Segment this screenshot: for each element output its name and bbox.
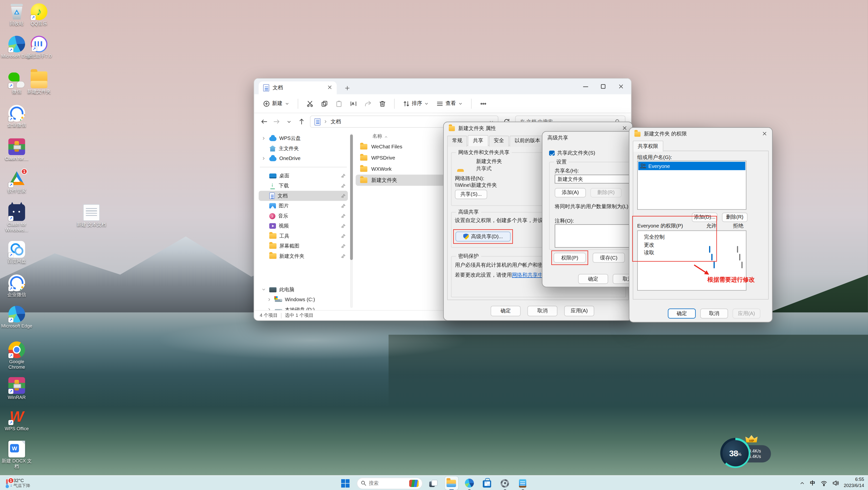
up-button[interactable] (298, 117, 306, 126)
task-view-button[interactable] (427, 477, 440, 490)
sidebar-item-pictures[interactable]: 图片 (258, 201, 348, 211)
share-remove-button[interactable]: 删除(R) (590, 188, 622, 198)
taskbar-weather-widget[interactable]: 1↓ 32°C 气温下降 (4, 475, 30, 490)
wifi-icon[interactable] (820, 480, 827, 487)
permissions-apply-button[interactable]: 应用(A) (733, 308, 761, 318)
sidebar-item-downloads[interactable]: 下载 (258, 181, 348, 191)
usage-core: 38% (722, 440, 748, 466)
tab-general[interactable]: 常规 (447, 136, 467, 147)
permissions-remove-button[interactable]: 删除(R) (722, 212, 747, 222)
paste-button[interactable] (332, 97, 345, 110)
properties-apply-button[interactable]: 应用(A) (564, 306, 594, 316)
sidebar-scrollbar[interactable] (350, 133, 353, 308)
desktop-icon-new-text-doc[interactable]: 新建 文本文档 (76, 204, 107, 228)
taskbar-microsoft-store[interactable] (480, 477, 494, 490)
permissions-cancel-button[interactable]: 取消 (700, 308, 728, 318)
advanced-ok-button[interactable]: 确定 (578, 274, 608, 284)
taskbar-file-explorer[interactable] (444, 477, 458, 490)
desktop-icon-aisi-assistant[interactable]: ↗爱思助手7.0 (23, 36, 55, 59)
new-button[interactable]: 新建 (260, 97, 292, 109)
start-button[interactable] (339, 477, 352, 490)
taskbar-notepad[interactable] (516, 477, 529, 490)
desktop-icon-baidu-netdisk[interactable]: ↗百度网盘 (1, 241, 32, 264)
memory-usage-ball[interactable]: 38% (721, 439, 749, 467)
history-chevron-button[interactable] (285, 117, 293, 126)
taskbar-search-input[interactable] (369, 480, 406, 486)
back-button[interactable] (260, 117, 269, 126)
tab-close-button[interactable] (327, 85, 332, 91)
item-count: 4 个项目 (260, 312, 278, 319)
desktop-icon-edge-2[interactable]: ↗Microsoft Edge (1, 306, 32, 329)
desktop-icon-software-manager[interactable]: 1↗软件管家 (1, 171, 32, 194)
taskbar-edge[interactable] (462, 477, 476, 490)
sidebar-item-screenshots[interactable]: 屏幕截图 (258, 241, 348, 251)
properties-close-button[interactable] (622, 125, 627, 132)
desktop-icon-wecom[interactable]: ↗企业微信 (1, 105, 32, 128)
permissions-close-button[interactable] (762, 131, 767, 137)
read-allow-checkbox[interactable] (714, 262, 715, 268)
sidebar-item-documents[interactable]: 文档 (258, 191, 348, 201)
share-button[interactable]: 共享(S)... (455, 190, 487, 199)
maximize-button[interactable] (594, 79, 612, 94)
full-control-deny-checkbox[interactable] (737, 246, 738, 253)
sidebar-item-tools[interactable]: 工具 (258, 231, 348, 241)
sidebar-item-onedrive[interactable]: OneDrive (258, 153, 348, 163)
view-button[interactable]: 查看 (433, 97, 466, 109)
folder-icon (360, 144, 367, 149)
properties-ok-button[interactable]: 确定 (491, 306, 521, 316)
group-or-usernames-label: 组或用户名(G): (637, 154, 672, 161)
taskbar-clock[interactable]: 6:55 2023/6/14 (844, 477, 864, 489)
desktop-icon-clash-for-windows[interactable]: ↗Clash for Windows... (1, 204, 32, 233)
close-button[interactable] (612, 79, 630, 94)
edge-icon: ↗ (8, 36, 25, 52)
pin-icon (341, 244, 346, 248)
sort-button[interactable]: 排序 (399, 97, 432, 109)
sidebar-item-this-pc[interactable]: 此电脑 (258, 285, 348, 294)
sidebar-item-new-folder[interactable]: 新建文件夹 (258, 251, 348, 261)
read-deny-checkbox[interactable] (742, 262, 743, 268)
properties-cancel-button[interactable]: 取消 (527, 306, 557, 316)
ime-indicator[interactable]: 中 (810, 480, 815, 487)
desktop-icon-wecom-2[interactable]: ↗企业微信 (1, 275, 32, 298)
principal-everyone-selected[interactable]: Everyone (639, 162, 746, 170)
cut-button[interactable] (303, 97, 316, 110)
more-options-button[interactable] (476, 97, 490, 110)
sidebar-item-videos[interactable]: 视频 (258, 221, 348, 231)
minimize-button[interactable] (577, 79, 594, 94)
share-add-button[interactable]: 添加(A) (555, 188, 586, 198)
desktop-icon-qq-music[interactable]: ↗QQ音乐 (23, 3, 55, 27)
volume-icon[interactable] (832, 480, 839, 487)
rename-button[interactable] (347, 97, 360, 110)
desktop-icon-chrome[interactable]: ↗Google Chrome (1, 341, 32, 370)
sidebar-item-desktop[interactable]: 桌面 (258, 171, 348, 181)
permissions-ok-button[interactable]: 确定 (668, 308, 696, 318)
desktop-icon-wps-office[interactable]: ↗WPS Office (1, 408, 32, 432)
tab-share-permissions[interactable]: 共享权限 (633, 141, 663, 152)
forward-button[interactable] (272, 117, 281, 126)
change-deny-checkbox[interactable] (739, 254, 740, 260)
desktop-icon-clash-archive[interactable]: Clash.for.... (1, 139, 32, 162)
taskbar-settings[interactable] (498, 477, 512, 490)
share-button[interactable] (361, 97, 374, 110)
taskbar-search-box[interactable] (356, 477, 422, 489)
sidebar-item-windows-c[interactable]: Windows (C:) (258, 294, 348, 305)
tab-security[interactable]: 安全 (489, 136, 509, 147)
explorer-tab-documents[interactable]: 文档 (258, 81, 337, 94)
desktop-icon-winrar[interactable]: ↗WinRAR (1, 377, 32, 400)
new-tab-button[interactable] (342, 83, 352, 93)
principals-list[interactable]: Everyone (637, 161, 746, 210)
desktop-icon-new-folder[interactable]: 新建文件夹 (23, 71, 55, 95)
caching-button[interactable]: 缓存(C) (593, 253, 625, 263)
sidebar-item-music[interactable]: 音乐 (258, 211, 348, 221)
desktop-icon-new-docx[interactable]: 新建 DOCX 文档 (1, 441, 32, 470)
sidebar-item-home[interactable]: 主文件夹 (258, 143, 348, 153)
tab-sharing[interactable]: 共享 (468, 135, 488, 146)
delete-button[interactable] (376, 97, 389, 110)
sidebar-item-wps-cloud[interactable]: WPS云盘 (258, 133, 348, 143)
sidebar-item-local-disk-d[interactable]: 本地磁盘 (D:) (258, 305, 348, 310)
tab-previous-versions[interactable]: 以前的版本 (509, 136, 545, 147)
copy-button[interactable] (318, 97, 331, 110)
hidden-icons-chevron[interactable] (799, 480, 805, 486)
breadcrumb-item-documents[interactable]: 文档 (331, 118, 341, 125)
share-this-folder-checkbox[interactable]: 共享此文件夹(S) (549, 150, 595, 157)
